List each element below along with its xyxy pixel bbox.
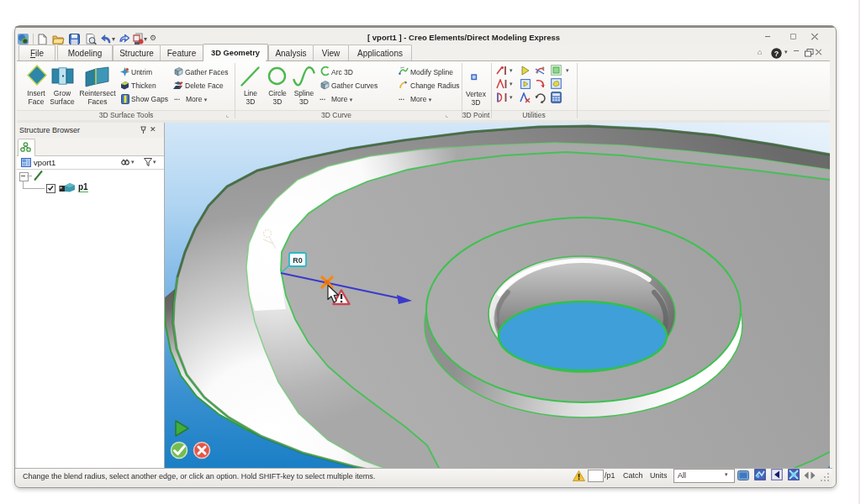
svg-text:R0: R0 <box>293 256 303 265</box>
svg-text:?: ? <box>774 50 779 58</box>
